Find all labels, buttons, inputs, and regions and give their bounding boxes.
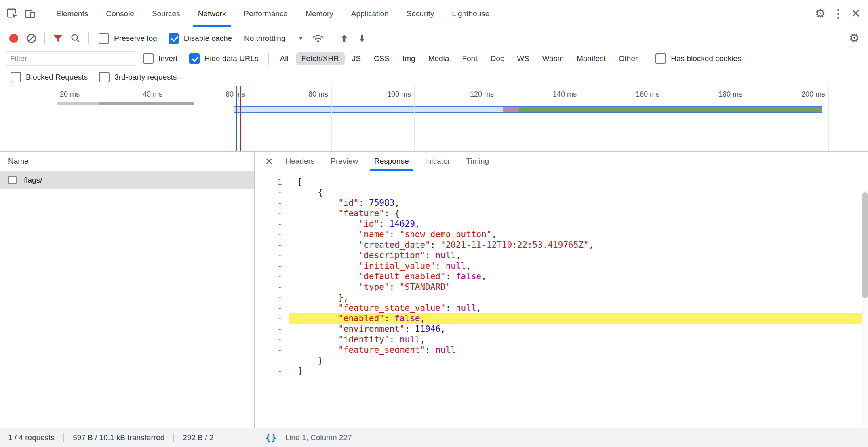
checkbox-label: Invert <box>158 54 178 63</box>
code-line: { <box>289 187 862 198</box>
gutter-line-number: - <box>255 198 289 208</box>
checkbox-box <box>655 53 666 64</box>
code-line: }, <box>289 292 862 303</box>
inspect-element-icon[interactable] <box>3 5 21 23</box>
timeline-tick-label: 80 ms <box>247 90 328 99</box>
detail-tab-timing[interactable]: Timing <box>458 152 497 171</box>
blocked-requests-checkbox[interactable]: Blocked Requests <box>11 72 88 82</box>
close-details-icon[interactable]: × <box>261 155 278 167</box>
detail-tab-headers[interactable]: Headers <box>278 152 323 171</box>
export-har-icon[interactable] <box>353 30 371 47</box>
tab-console[interactable]: Console <box>97 0 143 27</box>
pretty-print-icon[interactable]: {} <box>265 432 277 443</box>
gutter-line-number: - <box>255 219 289 229</box>
waterfall-gray-bar-dark <box>99 102 194 105</box>
detail-tabs: HeadersPreviewResponseInitiatorTiming <box>278 152 497 171</box>
checkbox-box <box>11 72 21 82</box>
filter-type-all[interactable]: All <box>274 52 294 65</box>
checkbox-label: Disable cache <box>184 34 232 43</box>
settings-gear-icon[interactable]: ⚙ <box>811 5 829 23</box>
divider <box>268 53 269 65</box>
request-row[interactable]: flags/ <box>0 171 254 189</box>
checkbox-box <box>169 33 179 44</box>
tab-memory[interactable]: Memory <box>297 0 342 27</box>
tab-sources[interactable]: Sources <box>143 0 189 27</box>
waterfall-stalled-segment <box>503 107 519 112</box>
gutter-line-number: - <box>255 261 289 271</box>
gutter-line-number: - <box>255 271 289 282</box>
record-network-log-icon[interactable] <box>5 30 23 47</box>
network-conditions-icon[interactable] <box>309 30 327 47</box>
filter-input[interactable] <box>5 51 137 66</box>
divider <box>43 8 43 20</box>
detail-tab-response[interactable]: Response <box>366 152 417 171</box>
filter-type-other[interactable]: Other <box>613 52 644 65</box>
clear-network-log-icon[interactable] <box>23 30 40 47</box>
device-toolbar-icon[interactable] <box>21 5 39 23</box>
code-gutter: 1------------------ <box>255 171 289 428</box>
network-settings-gear-icon[interactable]: ⚙ <box>845 30 863 47</box>
gutter-line-number: - <box>255 313 289 324</box>
vertical-scrollbar[interactable] <box>862 190 868 428</box>
filter-type-js[interactable]: JS <box>346 52 367 65</box>
timeline-tick-label: 140 ms <box>496 90 577 99</box>
tab-performance[interactable]: Performance <box>235 0 297 27</box>
invert-checkbox[interactable]: Invert <box>143 53 178 64</box>
filter-type-manifest[interactable]: Manifest <box>571 52 611 65</box>
filter-type-media[interactable]: Media <box>423 52 455 65</box>
preserve-log-checkbox[interactable]: Preserve log <box>99 33 157 44</box>
detail-tab-preview[interactable]: Preview <box>322 152 366 171</box>
filter-type-img[interactable]: Img <box>397 52 421 65</box>
code-line: "environment": 11946, <box>289 324 862 334</box>
filter-funnel-icon[interactable] <box>49 30 67 47</box>
request-checkbox[interactable] <box>8 176 17 184</box>
throttling-dropdown[interactable]: No throttling ▾ <box>244 34 302 43</box>
request-list-panel: Name flags/ <box>0 152 255 428</box>
code-line: "description": null, <box>289 250 862 261</box>
code-line: "id": 14629, <box>289 219 862 229</box>
requests-count: 1 / 4 requests <box>8 433 55 442</box>
checkbox-label: Blocked Requests <box>26 73 88 82</box>
filter-type-wasm[interactable]: Wasm <box>537 52 569 65</box>
column-header-name[interactable]: Name <box>0 152 254 171</box>
has-blocked-cookies-checkbox[interactable]: Has blocked cookies <box>655 53 741 64</box>
code-line: "default_enabled": false, <box>289 271 862 282</box>
code-line: "type": "STANDARD" <box>289 282 862 292</box>
timeline-tick-label: 160 ms <box>579 90 659 99</box>
tab-elements[interactable]: Elements <box>47 0 97 27</box>
third-party-requests-checkbox[interactable]: 3rd-party requests <box>99 72 177 82</box>
status-bar: 1 / 4 requests 597 B / 10.1 kB transferr… <box>0 428 868 447</box>
gutter-line-number: - <box>255 208 289 219</box>
filter-type-ws[interactable]: WS <box>511 52 535 65</box>
detail-tab-initiator[interactable]: Initiator <box>417 152 458 171</box>
filter-type-fetch-xhr[interactable]: Fetch/XHR <box>296 52 345 65</box>
timeline-overview[interactable]: 20 ms40 ms60 ms80 ms100 ms120 ms140 ms16… <box>0 86 868 152</box>
disable-cache-checkbox[interactable]: Disable cache <box>169 33 232 44</box>
code-lines[interactable]: [ { "id": 75983, "feature": { "id": 1462… <box>289 171 862 428</box>
import-har-icon[interactable] <box>335 30 353 47</box>
close-devtools-icon[interactable]: ✕ <box>847 5 865 23</box>
tab-lighthouse[interactable]: Lighthouse <box>443 0 498 27</box>
gutter-line-number: - <box>255 355 289 366</box>
code-line: ] <box>289 366 862 376</box>
filter-type-doc[interactable]: Doc <box>485 52 510 65</box>
checkbox-box <box>189 53 200 64</box>
hide-data-urls-checkbox[interactable]: Hide data URLs <box>189 53 259 64</box>
code-line: "initial_value": null, <box>289 261 862 271</box>
more-options-icon[interactable]: ⋮ <box>829 5 847 23</box>
gutter-line-number: - <box>255 292 289 303</box>
response-viewer[interactable]: 1------------------ [ { "id": 75983, "fe… <box>255 171 868 428</box>
tab-security[interactable]: Security <box>398 0 443 27</box>
code-line: } <box>289 355 862 366</box>
filter-type-css[interactable]: CSS <box>368 52 395 65</box>
search-icon[interactable] <box>67 30 84 47</box>
code-line: "identity": null, <box>289 334 862 345</box>
tab-application[interactable]: Application <box>342 0 398 27</box>
timeline-tick-label: 180 ms <box>662 90 742 99</box>
code-line: "feature": { <box>289 208 862 219</box>
scrollbar-thumb[interactable] <box>862 192 868 298</box>
timeline-tick-label: 200 ms <box>744 90 825 99</box>
timeline-tick-label: 20 ms <box>0 90 80 99</box>
tab-network[interactable]: Network <box>189 0 235 27</box>
filter-type-font[interactable]: Font <box>456 52 483 65</box>
